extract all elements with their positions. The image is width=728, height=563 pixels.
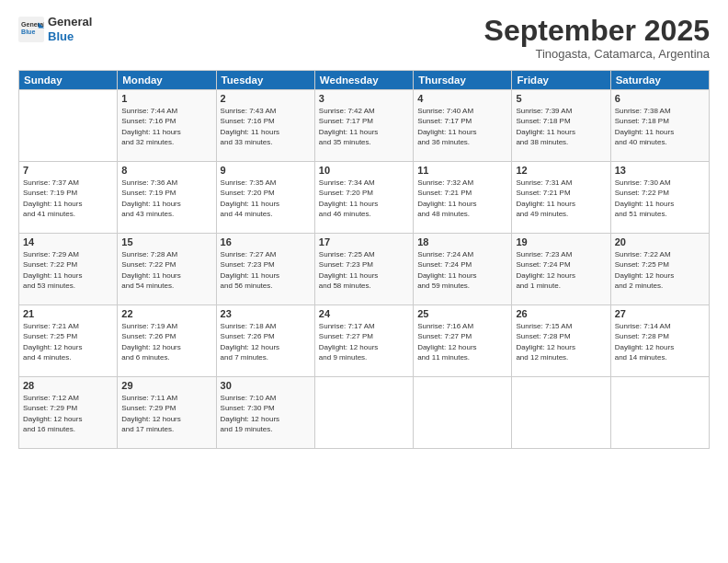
calendar-cell: 25Sunrise: 7:16 AMSunset: 7:27 PMDayligh… bbox=[414, 305, 512, 377]
day-number: 12 bbox=[516, 165, 606, 176]
page: General Blue General Blue September 2025… bbox=[0, 0, 728, 563]
col-thursday: Thursday bbox=[414, 71, 512, 90]
col-monday: Monday bbox=[118, 71, 216, 90]
day-info: Sunrise: 7:30 AMSunset: 7:22 PMDaylight:… bbox=[615, 178, 705, 219]
calendar-cell: 9Sunrise: 7:35 AMSunset: 7:20 PMDaylight… bbox=[216, 162, 314, 234]
day-info: Sunrise: 7:25 AMSunset: 7:23 PMDaylight:… bbox=[319, 249, 409, 291]
calendar-cell: 7Sunrise: 7:37 AMSunset: 7:19 PMDaylight… bbox=[19, 162, 118, 234]
calendar-week-5: 28Sunrise: 7:12 AMSunset: 7:29 PMDayligh… bbox=[19, 377, 710, 449]
col-sunday: Sunday bbox=[19, 71, 118, 90]
calendar-week-4: 21Sunrise: 7:21 AMSunset: 7:25 PMDayligh… bbox=[19, 305, 710, 377]
day-info: Sunrise: 7:23 AMSunset: 7:24 PMDaylight:… bbox=[516, 249, 606, 291]
calendar-cell: 13Sunrise: 7:30 AMSunset: 7:22 PMDayligh… bbox=[610, 162, 709, 234]
calendar-week-2: 7Sunrise: 7:37 AMSunset: 7:19 PMDaylight… bbox=[19, 162, 710, 234]
day-number: 11 bbox=[417, 165, 507, 176]
day-info: Sunrise: 7:11 AMSunset: 7:29 PMDaylight:… bbox=[121, 393, 211, 434]
day-info: Sunrise: 7:19 AMSunset: 7:26 PMDaylight:… bbox=[121, 321, 211, 362]
day-info: Sunrise: 7:38 AMSunset: 7:18 PMDaylight:… bbox=[615, 106, 705, 147]
calendar-cell: 11Sunrise: 7:32 AMSunset: 7:21 PMDayligh… bbox=[414, 162, 512, 234]
calendar-week-1: 1Sunrise: 7:44 AMSunset: 7:16 PMDaylight… bbox=[19, 90, 710, 162]
day-number: 15 bbox=[121, 236, 211, 247]
calendar-cell: 6Sunrise: 7:38 AMSunset: 7:18 PMDaylight… bbox=[610, 90, 709, 162]
day-info: Sunrise: 7:29 AMSunset: 7:22 PMDaylight:… bbox=[23, 249, 113, 291]
calendar-cell bbox=[19, 90, 118, 162]
svg-text:Blue: Blue bbox=[21, 29, 35, 35]
day-info: Sunrise: 7:21 AMSunset: 7:25 PMDaylight:… bbox=[23, 321, 113, 362]
day-number: 10 bbox=[319, 165, 409, 176]
day-number: 28 bbox=[23, 380, 113, 391]
calendar-cell: 18Sunrise: 7:24 AMSunset: 7:24 PMDayligh… bbox=[414, 234, 512, 305]
day-number: 9 bbox=[221, 165, 311, 176]
calendar-cell: 4Sunrise: 7:40 AMSunset: 7:17 PMDaylight… bbox=[414, 90, 512, 162]
day-info: Sunrise: 7:44 AMSunset: 7:16 PMDaylight:… bbox=[121, 106, 211, 147]
day-number: 30 bbox=[221, 380, 311, 391]
col-saturday: Saturday bbox=[610, 71, 709, 90]
calendar-cell: 17Sunrise: 7:25 AMSunset: 7:23 PMDayligh… bbox=[314, 234, 413, 305]
day-info: Sunrise: 7:39 AMSunset: 7:18 PMDaylight:… bbox=[516, 106, 606, 147]
col-friday: Friday bbox=[512, 71, 610, 90]
day-info: Sunrise: 7:16 AMSunset: 7:27 PMDaylight:… bbox=[417, 321, 507, 362]
day-info: Sunrise: 7:43 AMSunset: 7:16 PMDaylight:… bbox=[221, 106, 311, 147]
calendar-cell: 30Sunrise: 7:10 AMSunset: 7:30 PMDayligh… bbox=[216, 377, 314, 449]
day-info: Sunrise: 7:24 AMSunset: 7:24 PMDaylight:… bbox=[417, 249, 507, 291]
day-info: Sunrise: 7:31 AMSunset: 7:21 PMDaylight:… bbox=[516, 178, 606, 219]
calendar-cell: 26Sunrise: 7:15 AMSunset: 7:28 PMDayligh… bbox=[512, 305, 610, 377]
day-number: 14 bbox=[23, 236, 113, 247]
day-number: 17 bbox=[319, 236, 409, 247]
calendar-cell bbox=[314, 377, 413, 449]
day-number: 21 bbox=[23, 308, 113, 319]
logo-text: General Blue bbox=[48, 15, 92, 43]
day-number: 27 bbox=[615, 308, 705, 319]
calendar-cell: 5Sunrise: 7:39 AMSunset: 7:18 PMDaylight… bbox=[512, 90, 610, 162]
day-number: 7 bbox=[23, 165, 113, 176]
logo-icon: General Blue bbox=[18, 17, 44, 42]
day-number: 19 bbox=[516, 236, 606, 247]
calendar-cell: 14Sunrise: 7:29 AMSunset: 7:22 PMDayligh… bbox=[19, 234, 118, 305]
day-info: Sunrise: 7:35 AMSunset: 7:20 PMDaylight:… bbox=[221, 178, 311, 219]
calendar-cell: 19Sunrise: 7:23 AMSunset: 7:24 PMDayligh… bbox=[512, 234, 610, 305]
day-info: Sunrise: 7:15 AMSunset: 7:28 PMDaylight:… bbox=[516, 321, 606, 362]
day-number: 26 bbox=[516, 308, 606, 319]
calendar-table: Sunday Monday Tuesday Wednesday Thursday… bbox=[18, 70, 710, 449]
day-info: Sunrise: 7:40 AMSunset: 7:17 PMDaylight:… bbox=[417, 106, 507, 147]
calendar-cell: 1Sunrise: 7:44 AMSunset: 7:16 PMDaylight… bbox=[118, 90, 216, 162]
day-number: 13 bbox=[615, 165, 705, 176]
title-block: September 2025 Tinogasta, Catamarca, Arg… bbox=[484, 15, 710, 61]
day-number: 2 bbox=[221, 93, 311, 104]
day-number: 6 bbox=[615, 93, 705, 104]
day-number: 1 bbox=[121, 93, 211, 104]
day-info: Sunrise: 7:18 AMSunset: 7:26 PMDaylight:… bbox=[221, 321, 311, 362]
day-number: 24 bbox=[319, 308, 409, 319]
day-number: 22 bbox=[121, 308, 211, 319]
calendar-cell: 27Sunrise: 7:14 AMSunset: 7:28 PMDayligh… bbox=[610, 305, 709, 377]
calendar-cell: 2Sunrise: 7:43 AMSunset: 7:16 PMDaylight… bbox=[216, 90, 314, 162]
day-number: 4 bbox=[417, 93, 507, 104]
col-wednesday: Wednesday bbox=[314, 71, 413, 90]
day-number: 25 bbox=[417, 308, 507, 319]
calendar-cell: 23Sunrise: 7:18 AMSunset: 7:26 PMDayligh… bbox=[216, 305, 314, 377]
day-info: Sunrise: 7:42 AMSunset: 7:17 PMDaylight:… bbox=[319, 106, 409, 147]
calendar-cell: 20Sunrise: 7:22 AMSunset: 7:25 PMDayligh… bbox=[610, 234, 709, 305]
header-row: Sunday Monday Tuesday Wednesday Thursday… bbox=[19, 71, 710, 90]
day-number: 18 bbox=[417, 236, 507, 247]
day-info: Sunrise: 7:22 AMSunset: 7:25 PMDaylight:… bbox=[615, 249, 705, 291]
day-info: Sunrise: 7:28 AMSunset: 7:22 PMDaylight:… bbox=[121, 249, 211, 291]
calendar-cell: 16Sunrise: 7:27 AMSunset: 7:23 PMDayligh… bbox=[216, 234, 314, 305]
day-number: 29 bbox=[121, 380, 211, 391]
day-number: 16 bbox=[221, 236, 311, 247]
col-tuesday: Tuesday bbox=[216, 71, 314, 90]
calendar-cell: 29Sunrise: 7:11 AMSunset: 7:29 PMDayligh… bbox=[118, 377, 216, 449]
calendar-cell: 22Sunrise: 7:19 AMSunset: 7:26 PMDayligh… bbox=[118, 305, 216, 377]
calendar-cell: 8Sunrise: 7:36 AMSunset: 7:19 PMDaylight… bbox=[118, 162, 216, 234]
day-info: Sunrise: 7:12 AMSunset: 7:29 PMDaylight:… bbox=[23, 393, 113, 434]
day-number: 20 bbox=[615, 236, 705, 247]
logo: General Blue General Blue bbox=[18, 15, 92, 43]
calendar-cell bbox=[512, 377, 610, 449]
location-subtitle: Tinogasta, Catamarca, Argentina bbox=[484, 47, 710, 61]
calendar-week-3: 14Sunrise: 7:29 AMSunset: 7:22 PMDayligh… bbox=[19, 234, 710, 305]
day-info: Sunrise: 7:36 AMSunset: 7:19 PMDaylight:… bbox=[121, 178, 211, 219]
calendar-cell: 21Sunrise: 7:21 AMSunset: 7:25 PMDayligh… bbox=[19, 305, 118, 377]
month-title: September 2025 bbox=[484, 15, 710, 47]
calendar-cell: 3Sunrise: 7:42 AMSunset: 7:17 PMDaylight… bbox=[314, 90, 413, 162]
day-info: Sunrise: 7:17 AMSunset: 7:27 PMDaylight:… bbox=[319, 321, 409, 362]
